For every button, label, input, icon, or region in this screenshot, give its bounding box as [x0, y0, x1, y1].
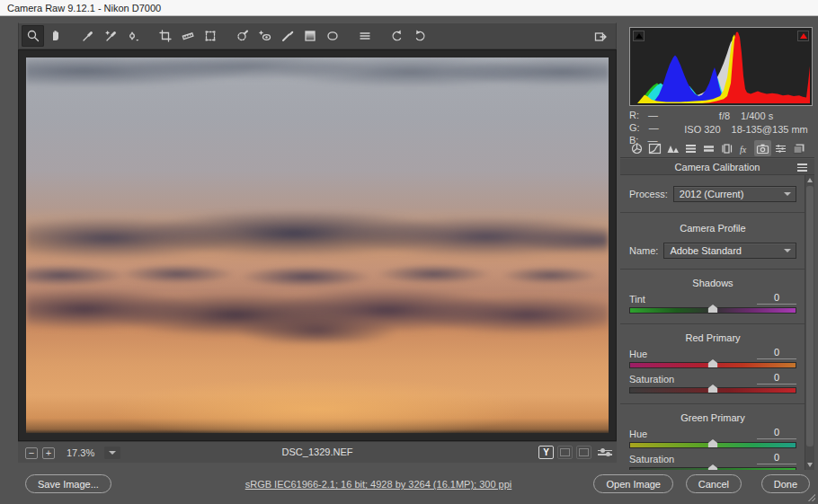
tab-effects[interactable]: fx — [736, 140, 753, 156]
magnifier-icon — [26, 29, 40, 43]
histogram[interactable] — [629, 27, 813, 106]
panel-tabs: fx — [620, 139, 814, 158]
photo-preview[interactable] — [26, 57, 609, 433]
highlight-clipping-indicator[interactable] — [797, 31, 809, 41]
eyedropper-icon — [81, 29, 95, 43]
crop-icon — [158, 29, 173, 43]
rotate-left-button[interactable] — [386, 25, 408, 47]
straighten-tool-button[interactable] — [176, 25, 199, 47]
cancel-label: Cancel — [698, 479, 729, 490]
process-label: Process: — [629, 189, 668, 199]
sharpen-triangles-icon — [666, 143, 680, 155]
white-balance-tool-button[interactable] — [76, 25, 99, 47]
slider-label: Hue — [629, 429, 647, 439]
tab-hsl-grayscale[interactable] — [682, 140, 699, 156]
slider-group-header: Green Primary — [629, 412, 796, 423]
gradient-square-icon — [303, 29, 317, 43]
preview-preferences-button[interactable] — [598, 450, 612, 455]
chevron-down-icon — [784, 192, 791, 196]
process-select[interactable]: 2012 (Current) — [673, 186, 796, 202]
tab-snapshots[interactable] — [790, 140, 807, 156]
section-divider — [620, 212, 805, 213]
eyedropper-plus-icon — [103, 29, 118, 43]
aperture-icon — [630, 143, 644, 155]
green-primary-saturation-slider[interactable] — [629, 467, 796, 470]
shadow-clipping-indicator[interactable] — [633, 31, 645, 41]
save-image-button[interactable]: Save Image... — [25, 474, 111, 493]
save-image-label: Save Image... — [38, 479, 99, 490]
tab-lens-corrections[interactable] — [718, 140, 735, 156]
toggle-fullscreen-button[interactable] — [589, 26, 611, 48]
hand-icon — [49, 29, 63, 43]
shadows-tint-value[interactable]: 0 — [757, 292, 796, 305]
fullscreen-icon — [593, 30, 608, 44]
slider-thumb[interactable] — [708, 385, 718, 393]
tone-curve-icon — [648, 143, 662, 155]
scroll-up-arrow-icon[interactable] — [807, 178, 813, 182]
red-primary-saturation-slider[interactable] — [629, 387, 796, 393]
red-eye-tool-button[interactable] — [253, 25, 276, 47]
adjustment-brush-tool-button[interactable] — [276, 25, 298, 47]
zoom-tool-button[interactable] — [22, 25, 44, 47]
profile-name-row: Name: Adobe Standard — [629, 243, 796, 259]
g-label: G: — [629, 122, 640, 133]
green-primary-hue-value[interactable]: 0 — [757, 427, 796, 439]
calibration-groups: ShadowsTint0Red PrimaryHue0Saturation0Gr… — [629, 278, 796, 470]
swap-before-after-button[interactable] — [557, 446, 573, 459]
green-primary-hue-slider[interactable] — [629, 442, 796, 448]
hand-tool-button[interactable] — [44, 25, 67, 47]
panel-menu-button[interactable] — [797, 164, 807, 172]
red-primary-hue-value[interactable]: 0 — [757, 347, 796, 359]
tab-tone-curve[interactable] — [646, 140, 663, 156]
rotate-right-button[interactable] — [408, 25, 431, 47]
camera-calibration-panel: Process: 2012 (Current) Camera Profile N… — [620, 175, 805, 470]
profile-select[interactable]: Adobe Standard — [663, 243, 796, 259]
graduated-filter-tool-button[interactable] — [298, 25, 321, 47]
photo-cloud-band-lower — [26, 287, 609, 343]
crop-tool-button[interactable] — [154, 25, 176, 47]
red-eye-icon — [258, 29, 272, 43]
panel-scrollbar[interactable] — [805, 175, 814, 470]
scroll-down-arrow-icon[interactable] — [807, 463, 813, 467]
slider-thumb[interactable] — [708, 439, 718, 447]
ellipse-icon — [325, 29, 340, 43]
color-sampler-tool-button[interactable] — [99, 25, 121, 47]
svg-text:fx: fx — [740, 144, 747, 154]
tab-detail[interactable] — [664, 140, 681, 156]
tab-presets[interactable] — [772, 140, 789, 156]
preferences-button[interactable] — [353, 25, 376, 47]
red-primary-saturation-value[interactable]: 0 — [757, 372, 796, 385]
slider-thumb[interactable] — [708, 359, 718, 367]
green-primary-saturation-value[interactable]: 0 — [757, 452, 796, 464]
spot-removal-tool-button[interactable] — [231, 25, 253, 47]
red-primary-hue-slider[interactable] — [629, 362, 796, 368]
before-after-toggle-button[interactable]: Y — [538, 446, 554, 459]
brush-icon — [280, 29, 295, 43]
tab-split-toning[interactable] — [700, 140, 717, 156]
slider-thumb[interactable] — [708, 305, 718, 313]
scrollbar-thumb[interactable] — [806, 186, 814, 447]
open-image-button[interactable]: Open Image — [593, 474, 673, 493]
g-value: — — [649, 122, 659, 133]
resize-grip[interactable] — [808, 494, 815, 501]
hsl-bars-icon — [684, 143, 698, 155]
slider-thumb[interactable] — [708, 464, 718, 470]
shadows-tint-slider[interactable] — [629, 307, 796, 314]
workflow-options-link[interactable]: sRGB IEC61966-2.1; 16 bit; 4928 by 3264 … — [245, 479, 512, 490]
name-label: Name: — [629, 245, 658, 256]
done-button[interactable]: Done — [761, 474, 810, 493]
radial-filter-tool-button[interactable] — [321, 25, 343, 47]
snapshots-icon — [792, 143, 805, 155]
lens-info: 18-135@135 mm — [732, 124, 808, 135]
list-icon — [358, 29, 372, 43]
transform-tool-button[interactable] — [199, 25, 221, 47]
targeted-adjustment-tool-button[interactable] — [121, 25, 144, 47]
cancel-button[interactable]: Cancel — [686, 474, 742, 493]
done-label: Done — [774, 479, 797, 490]
tab-basic[interactable] — [628, 140, 645, 156]
copy-settings-button[interactable] — [576, 446, 591, 459]
tab-camera-calibration[interactable] — [754, 140, 771, 156]
process-row: Process: 2012 (Current) — [629, 186, 796, 202]
aperture: f/8 — [719, 111, 730, 121]
panel-header: Camera Calibration — [620, 159, 814, 175]
